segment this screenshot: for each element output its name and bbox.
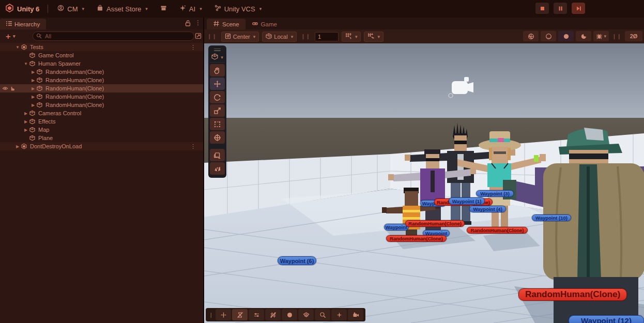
tab-scene[interactable]: Scene	[207, 19, 246, 29]
pivot-mode-button[interactable]: Center ▾	[221, 32, 259, 42]
overlay-drag-handle[interactable]: ❙	[209, 312, 213, 318]
expander-arrow-icon[interactable]: ▶	[30, 86, 36, 91]
expander-arrow-icon[interactable]: ▶	[30, 95, 36, 99]
search-input[interactable]	[44, 33, 191, 40]
grid-snap-button[interactable]: ▾	[342, 32, 361, 42]
overlay-tool-menu[interactable]: ▾	[210, 52, 225, 63]
waypoint-label[interactable]: Waypoint (1)	[449, 197, 485, 205]
plus-icon: ＋	[4, 32, 12, 41]
scene-visibility-button[interactable]: 2Ø	[625, 31, 642, 41]
timeline-disabled-button[interactable]	[232, 309, 248, 320]
kebab-menu-icon[interactable]: ⋮	[190, 44, 196, 51]
menubar-item-archive[interactable]	[154, 5, 173, 13]
clone-label[interactable]: RandomHuman(Clone)	[405, 220, 465, 227]
grid-off-button[interactable]	[265, 309, 281, 320]
gizmo-button[interactable]	[331, 309, 347, 320]
pan-button[interactable]	[216, 309, 231, 320]
hierarchy-row[interactable]: ▶DontDestroyOnLoad⋮	[0, 142, 203, 150]
hierarchy-row[interactable]: ▶RandomHuman(Clone)	[0, 93, 203, 101]
kebab-menu-icon[interactable]: ⋮	[190, 143, 196, 150]
lit-sphere-button[interactable]	[541, 31, 556, 41]
audio-button[interactable]	[576, 31, 591, 41]
lighting-button[interactable]	[558, 31, 574, 41]
zoom-button[interactable]	[315, 309, 330, 320]
waypoint-label[interactable]: Waypoint (4)	[469, 206, 506, 212]
unlock-icon[interactable]	[185, 19, 191, 28]
transform-tool-button[interactable]	[210, 131, 225, 144]
view-tool-button[interactable]	[210, 64, 225, 76]
waypoint-label[interactable]: Waypoint (12)	[569, 315, 644, 323]
eye-icon[interactable]	[2, 85, 9, 91]
menubar-item-unity-vcs[interactable]: Unity VCS▾	[208, 5, 268, 13]
tab-hierarchy[interactable]: Hierarchy	[0, 19, 46, 29]
kebab-menu-icon[interactable]: ⋮	[195, 19, 201, 28]
hierarchy-row[interactable]: Plane	[0, 134, 203, 142]
expander-arrow-icon[interactable]: ▶	[30, 103, 36, 107]
expander-arrow-icon[interactable]: ▶	[23, 111, 29, 116]
expander-arrow-icon[interactable]: ▶	[14, 144, 21, 149]
rotate-tool-button[interactable]	[210, 91, 225, 103]
menubar-item-asset-store[interactable]: Asset Store▾	[90, 5, 154, 13]
hierarchy-row[interactable]: ▶RandomHuman(Clone)	[0, 76, 203, 84]
pause-button[interactable]	[554, 3, 567, 14]
waypoint-label[interactable]: Waypoint (10)	[532, 214, 571, 221]
hierarchy-row[interactable]: ▶Cameras Control	[0, 109, 203, 117]
hierarchy-row-label: Map	[38, 127, 49, 133]
expander-arrow-icon[interactable]: ▶	[30, 78, 36, 83]
camera-button[interactable]	[348, 309, 363, 320]
hierarchy-row[interactable]: ▶Map	[0, 126, 203, 134]
hierarchy-tree: ▼Tests⋮Game Control▼Human Spawner▶Random…	[0, 43, 203, 150]
shaded-sphere-button[interactable]	[523, 31, 539, 41]
menubar-item-cm[interactable]: CM▾	[51, 5, 90, 13]
handle-rotation-button[interactable]: Local ▾	[262, 32, 297, 42]
hierarchy-row[interactable]: Game Control	[0, 51, 203, 59]
menubar-item-ai[interactable]: AI▾	[173, 5, 208, 13]
editor-cube-tool-button[interactable]	[210, 149, 225, 161]
overlay-drag-handle[interactable]	[210, 47, 225, 52]
toolbar-drag-handle[interactable]: ❙❙	[612, 34, 622, 39]
clone-label[interactable]: RandomHuman(Clone)	[518, 288, 627, 301]
expander-arrow-icon[interactable]: ▶	[23, 128, 29, 132]
hierarchy-search[interactable]	[33, 32, 194, 41]
hierarchy-row[interactable]: ▶RandomHuman(Clone)	[0, 101, 203, 109]
effects-button[interactable]: ▾	[593, 31, 609, 41]
scale-tool-button[interactable]	[210, 104, 225, 117]
scene-3d-view[interactable]	[204, 43, 644, 323]
expander-arrow-icon[interactable]: ▼	[23, 61, 29, 66]
move-tool-button[interactable]	[210, 78, 225, 90]
stop-button[interactable]	[535, 3, 549, 14]
record-button[interactable]	[282, 309, 297, 320]
grid-size-input[interactable]	[315, 32, 339, 41]
popout-icon[interactable]	[195, 32, 202, 41]
unity-brand[interactable]: Unity 6	[0, 4, 44, 14]
hierarchy-row[interactable]: ▼Human Spawner	[0, 59, 203, 68]
expander-arrow-icon[interactable]: ▼	[14, 45, 21, 50]
waypoint-label[interactable]: Waypoint (3)	[476, 190, 514, 197]
clone-label[interactable]: RandomHuman(Clone)	[386, 235, 447, 242]
waypoint-label[interactable]: Waypoint (6)	[278, 256, 316, 265]
hierarchy-row[interactable]: ▶RandomHuman(Clone)	[0, 84, 203, 93]
step-button[interactable]	[572, 3, 585, 14]
tab-game[interactable]: Game	[246, 19, 283, 29]
clone-label[interactable]: RandomHuman(Clone)	[467, 227, 528, 234]
hierarchy-row[interactable]: ▶RandomHuman(Clone)	[0, 68, 203, 76]
expander-arrow-icon[interactable]: ▶	[23, 119, 29, 124]
layers-button[interactable]	[298, 309, 314, 320]
tab-hierarchy-label: Hierarchy	[14, 21, 40, 27]
rect-tool-button[interactable]	[210, 118, 225, 130]
hand-pick-icon[interactable]	[9, 85, 16, 91]
scene-viewport[interactable]: ▾ ❙ WaypointRandomHuman(Clone)Waypoint (…	[204, 43, 644, 323]
expander-arrow-icon[interactable]: ▶	[30, 70, 36, 74]
toolbar-drag-handle[interactable]: ❙❙	[301, 34, 311, 39]
grid-icon	[213, 20, 220, 28]
hierarchy-row[interactable]: ▼Tests⋮	[0, 43, 203, 51]
hierarchy-row[interactable]: ▶Effects	[0, 117, 203, 126]
label-text: RandomHuman(Clone)	[408, 221, 462, 226]
chevron-down-icon: ▾	[221, 55, 223, 60]
tools-overlay: ▾	[208, 45, 226, 178]
toolbar-drag-handle[interactable]: ❙❙	[207, 34, 217, 39]
increment-snap-button[interactable]: ▾	[364, 32, 384, 42]
add-object-button[interactable]: ＋▾	[0, 32, 18, 41]
sliders-button[interactable]	[249, 309, 264, 320]
mesh-tool-button[interactable]	[210, 162, 225, 175]
